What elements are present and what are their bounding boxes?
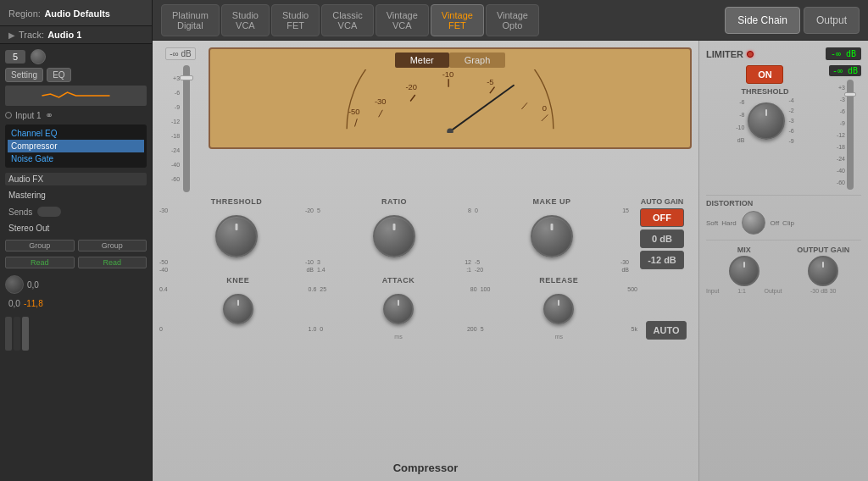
group-button[interactable]: Group [5,240,75,252]
input-db-display: -∞ dB [165,47,195,60]
mastering-label: Mastering [8,191,46,200]
gain-value: -11,8 [24,299,43,308]
read-button2[interactable]: Read [78,257,147,268]
fx-compressor[interactable]: Compressor [8,140,144,152]
right-section: PlatinumDigital StudioVCA StudioFET Clas… [153,0,868,481]
preset-vintage-vca[interactable]: VintageVCA [376,4,429,36]
channel-knob[interactable] [31,49,46,64]
svg-line-1 [379,110,383,117]
mix-sublabels: Input 1:1 Output [706,288,782,294]
distortion-knob[interactable] [742,211,765,235]
channel-num-row: 5 [5,49,147,64]
link-icon: ⚭ [45,109,53,121]
svg-text:-20: -20 [406,83,418,91]
svg-line-13 [450,86,514,131]
ratio-knob[interactable] [373,215,415,257]
threshold-range-top: -30 -20 [159,207,314,213]
preset-studio-fet[interactable]: StudioFET [271,4,320,36]
compressor-title: Compressor [153,458,698,478]
svg-text:-50: -50 [348,108,360,116]
top-section: -∞ dB +3 -6 -9 -12 -18 -24 -40 -60 [159,47,692,192]
compressor-panel: -∞ dB +3 -6 -9 -12 -18 -24 -40 -60 [153,41,698,481]
threshold-knob[interactable] [215,215,258,257]
output-gain-knob[interactable] [808,256,838,286]
setting-button[interactable]: Setting [5,68,43,82]
preset-bar: PlatinumDigital StudioVCA StudioFET Clas… [153,0,868,41]
region-value: Audio Defaults [44,8,110,19]
limiter-fader-area: +3 -3 -6 -9 -12 -18 -24 -40 -60 [837,80,854,190]
release-unit: ms [555,334,563,340]
fader-area: +3 -6 -9 -12 -18 -24 -40 -60 [171,65,190,192]
track-label: Track: [19,30,44,40]
knee-knob[interactable] [223,294,253,324]
attack-knob[interactable] [383,294,414,324]
bottom-controls-row: KNEE 0.4 0.6 0 1.0 ATTACK 25 [159,276,692,340]
vu-arc-area: -50 -30 -20 -10 -5 0 [210,69,690,137]
svg-line-0 [355,119,358,126]
soft-hard-labels: Soft Hard [706,219,737,227]
eq-button[interactable]: EQ [47,68,70,82]
output-button[interactable]: Output [804,7,860,34]
vu-tab-meter[interactable]: Meter [395,53,449,68]
limiter-threshold-knob[interactable] [748,102,785,140]
preset-vintage-opto[interactable]: VintageOpto [486,4,539,36]
preset-studio-vca[interactable]: StudioVCA [221,4,270,36]
track-arrow: ▶ [8,30,15,40]
vu-tab-graph[interactable]: Graph [449,53,506,68]
limiter-on-button[interactable]: ON [746,65,783,84]
makeup-knob[interactable] [531,215,573,257]
release-knob[interactable] [543,294,574,324]
side-chain-button[interactable]: Side Chain [725,7,800,34]
svg-line-4 [490,87,495,94]
fx-channel-eq[interactable]: Channel EQ [8,127,144,140]
preset-classic-vca[interactable]: ClassicVCA [321,4,373,36]
auto-gain-0db-btn[interactable]: 0 dB [640,229,684,248]
knee-label: KNEE [226,276,249,285]
release-auto-btn[interactable]: AUTO [646,321,687,340]
auto-gain-minus12-btn[interactable]: -12 dB [640,251,684,269]
distortion-label: DISTORTION [706,199,861,207]
limiter-db-display: -∞ dB [826,47,861,60]
group-button2[interactable]: Group [78,240,147,252]
makeup-control: MAKE UP 0 15 -5 -30 -20 dB [475,197,629,273]
preset-platinum-digital[interactable]: PlatinumDigital [161,4,220,36]
read-button[interactable]: Read [5,257,75,268]
makeup-label: MAKE UP [532,197,570,206]
stereo-out: Stereo Out [5,222,147,235]
mastering-row: Mastering [5,189,147,202]
output-gain-label: OUTPUT GAIN [797,246,849,254]
auto-gain-off-btn[interactable]: OFF [640,208,684,227]
input-fader-track[interactable] [183,65,190,192]
sends-toggle[interactable] [37,207,61,217]
mix-label: MIX [737,246,751,254]
preset-vintage-fet[interactable]: VintageFET [431,4,484,36]
vu-arc-svg: -50 -30 -20 -10 -5 0 [210,69,690,133]
meter-bar-3 [22,317,29,351]
channel-number: 5 [5,50,25,64]
svg-text:-30: -30 [375,97,387,106]
fx-list: Channel EQ Compressor Noise Gate [5,124,147,168]
input-fader-thumb[interactable] [180,75,193,80]
limiter-fader-thumb[interactable] [844,92,856,97]
limiter-fader-track[interactable] [847,80,854,190]
knee-control: KNEE 0.4 0.6 0 1.0 [159,276,316,340]
limiter-header: LIMITER -∞ dB [706,47,861,60]
pan-knob[interactable] [5,275,24,294]
left-panel: Region: Audio Defaults ▶ Track: Audio 1 … [0,0,153,481]
svg-text:-10: -10 [442,70,454,79]
read-row: Read Read [5,257,147,268]
limiter-threshold-label: THRESHOLD [741,87,788,96]
setting-row: Setting EQ [5,68,147,82]
pan-value: 0,0 [27,280,39,290]
svg-text:0: 0 [542,104,547,113]
ratio-control: RATIO 5 8 3 12 1.4 :1 [317,197,471,273]
attack-unit: ms [394,334,402,340]
limiter-fader-ticks: +3 -3 -6 -9 -12 -18 -24 -40 -60 [837,85,845,185]
fader-strip [5,317,147,351]
fx-noise-gate[interactable]: Noise Gate [8,152,144,165]
region-label: Region: [8,8,41,19]
threshold-control: THRESHOLD -30 -20 -50 -10 -40 dB [159,197,314,273]
threshold-range-bottom: -50 -10 [159,259,314,265]
mix-knob[interactable] [729,256,760,286]
fader-ticks-left: +3 -6 -9 -12 -18 -24 -40 -60 [171,75,180,182]
